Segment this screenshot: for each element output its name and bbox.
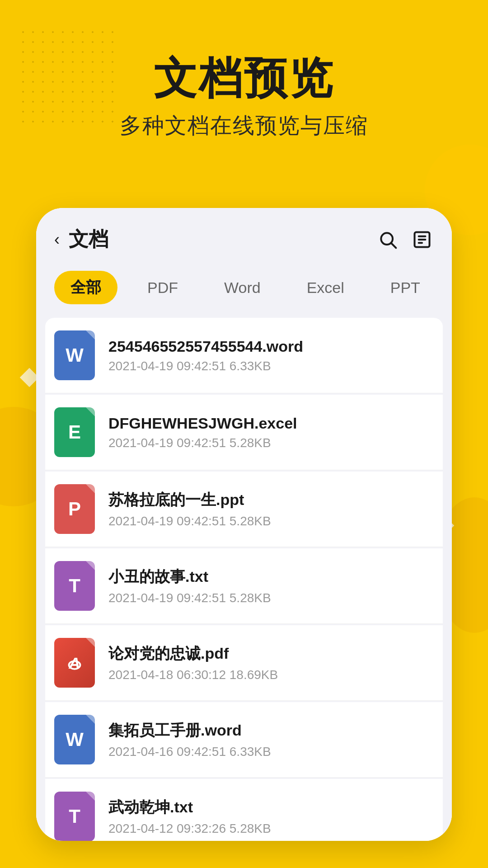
- edit-button[interactable]: [410, 228, 434, 251]
- file-meta: 2021-04-19 09:42:51 5.28KB: [108, 591, 434, 605]
- header-section: 文档预览 多种文档在线预览与压缩: [0, 0, 488, 167]
- filter-tab-all[interactable]: 全部: [54, 271, 117, 304]
- list-item[interactable]: EDFGHEWHESJWGH.excel2021-04-19 09:42:51 …: [45, 395, 443, 470]
- file-name: DFGHEWHESJWGH.excel: [108, 415, 434, 432]
- file-name: 苏格拉底的一生.ppt: [108, 490, 434, 510]
- svg-line-1: [391, 243, 396, 248]
- file-icon-word: W: [54, 330, 95, 380]
- file-name: 武动乾坤.txt: [108, 797, 434, 818]
- nav-icons: [376, 228, 434, 251]
- file-info: 论对党的忠诚.pdf2021-04-18 06:30:12 18.69KB: [108, 643, 434, 682]
- filter-tab-pdf[interactable]: PDF: [131, 273, 194, 303]
- file-meta: 2021-04-16 09:42:51 6.33KB: [108, 745, 434, 759]
- list-item[interactable]: A 论对党的忠诚.pdf2021-04-18 06:30:12 18.69KB: [45, 625, 443, 701]
- list-item[interactable]: W254546552557455544.word2021-04-19 09:42…: [45, 318, 443, 393]
- file-icon-txt: T: [54, 792, 95, 841]
- file-name: 小丑的故事.txt: [108, 566, 434, 587]
- file-info: 集拓员工手册.word2021-04-16 09:42:51 6.33KB: [108, 720, 434, 759]
- list-item[interactable]: T武动乾坤.txt2021-04-12 09:32:26 5.28KB: [45, 779, 443, 841]
- filter-tab-excel[interactable]: Excel: [291, 273, 361, 303]
- file-info: 254546552557455544.word2021-04-19 09:42:…: [108, 338, 434, 373]
- filter-tab-txt[interactable]: TXT: [450, 273, 452, 303]
- file-meta: 2021-04-19 09:42:51 5.28KB: [108, 436, 434, 450]
- nav-bar: ‹ 文档: [36, 208, 452, 262]
- page-subtitle: 多种文档在线预览与压缩: [36, 111, 452, 140]
- file-name: 254546552557455544.word: [108, 338, 434, 355]
- page-title: 文档预览: [36, 54, 452, 102]
- filter-tabs: 全部 PDF Word Excel PPT TXT: [36, 262, 452, 318]
- file-meta: 2021-04-18 06:30:12 18.69KB: [108, 668, 434, 682]
- file-icon-word: W: [54, 715, 95, 764]
- file-list: W254546552557455544.word2021-04-19 09:42…: [36, 318, 452, 841]
- file-info: DFGHEWHESJWGH.excel2021-04-19 09:42:51 5…: [108, 415, 434, 450]
- filter-tab-ppt[interactable]: PPT: [374, 273, 436, 303]
- list-item[interactable]: W集拓员工手册.word2021-04-16 09:42:51 6.33KB: [45, 702, 443, 778]
- file-name: 集拓员工手册.word: [108, 720, 434, 741]
- file-info: 苏格拉底的一生.ppt2021-04-19 09:42:51 5.28KB: [108, 490, 434, 528]
- file-icon-excel: E: [54, 407, 95, 457]
- filter-tab-word[interactable]: Word: [208, 273, 277, 303]
- nav-title: 文档: [69, 226, 376, 253]
- search-button[interactable]: [376, 228, 399, 251]
- file-meta: 2021-04-19 09:42:51 5.28KB: [108, 514, 434, 528]
- file-meta: 2021-04-19 09:42:51 6.33KB: [108, 359, 434, 373]
- back-button[interactable]: ‹: [54, 230, 60, 249]
- file-icon-txt: T: [54, 561, 95, 611]
- file-info: 武动乾坤.txt2021-04-12 09:32:26 5.28KB: [108, 797, 434, 836]
- file-name: 论对党的忠诚.pdf: [108, 643, 434, 664]
- list-item[interactable]: T小丑的故事.txt2021-04-19 09:42:51 5.28KB: [45, 548, 443, 624]
- file-info: 小丑的故事.txt2021-04-19 09:42:51 5.28KB: [108, 566, 434, 605]
- list-item[interactable]: P苏格拉底的一生.ppt2021-04-19 09:42:51 5.28KB: [45, 472, 443, 547]
- file-icon-ppt: P: [54, 484, 95, 534]
- file-meta: 2021-04-12 09:32:26 5.28KB: [108, 821, 434, 836]
- phone-mockup: ‹ 文档 全部 PDF Word Excel PPT: [36, 208, 452, 841]
- file-icon-pdf: A: [54, 638, 95, 688]
